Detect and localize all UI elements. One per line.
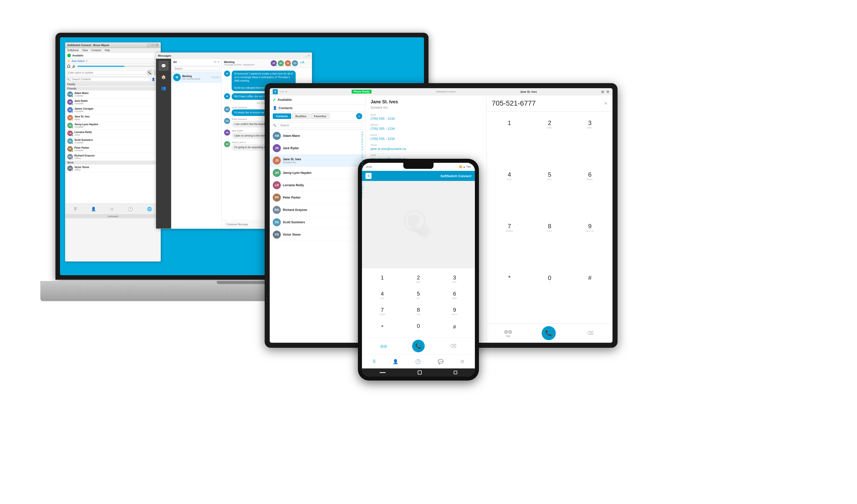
menu-help[interactable]: Help: [104, 49, 111, 52]
dialpad-key-4[interactable]: 4 GHI: [489, 166, 530, 186]
msg-search-input[interactable]: [173, 67, 220, 71]
contacts-nav-icon[interactable]: 👤: [91, 207, 96, 212]
dialpad-clear-icon[interactable]: ✕: [604, 101, 607, 106]
phone-call-button[interactable]: 📞: [412, 340, 425, 352]
contact-item-peter-parker[interactable]: PP Peter Parker Available: [65, 145, 161, 153]
contact-item-jane-st-ives[interactable]: JS Jane St. Ives Away: [65, 114, 161, 122]
refresh-icon[interactable]: ↻: [214, 60, 217, 64]
dialpad-key-2[interactable]: 2 ABC: [530, 114, 570, 134]
add-conversation-icon[interactable]: +: [218, 60, 219, 64]
msg-minimize-btn[interactable]: _: [305, 54, 307, 57]
tab-buddies-button[interactable]: Buddies: [292, 113, 309, 119]
contact-item-jenny-lynn[interactable]: JH Jenny-Lynn Hayden Available: [65, 122, 161, 130]
menu-softphone[interactable]: Softphone: [67, 49, 79, 52]
tab-contact-item-adam[interactable]: AM Adam Mann: [270, 130, 365, 142]
tab-contact-item-peter[interactable]: PP Peter Parker: [270, 191, 365, 204]
menu-view[interactable]: View: [82, 49, 88, 52]
group-header-family[interactable]: Family ▼: [65, 82, 161, 86]
detail-field-value[interactable]: jane.st.ives@sunwire.ca: [371, 147, 482, 151]
contact-item-richard-grayson[interactable]: RG Richard Grayson Offline: [65, 153, 161, 161]
phone-key-3[interactable]: 3 DEF: [437, 271, 472, 287]
phone-vm-button[interactable]: ◎◎: [379, 341, 389, 351]
sys-nav-home-button[interactable]: [418, 370, 422, 374]
add-participant-icon[interactable]: +A: [300, 60, 304, 66]
phone-key-2[interactable]: 2 ABC: [401, 271, 436, 287]
tab-contact-item-scott[interactable]: SS Scott Summers: [270, 216, 365, 229]
alpha-index[interactable]: ABCD EFGH IJKL MNOP QRST UVWX YZ#: [361, 130, 365, 200]
tab-contact-item-jenny[interactable]: JH Jenny-Lynn Hayden: [270, 167, 365, 179]
phone-key-8[interactable]: 8 TUV: [401, 303, 436, 319]
phone-delete-button[interactable]: ⌫: [448, 341, 458, 351]
dialpad-key-6[interactable]: 6 MNO: [570, 166, 610, 186]
dialpad-key-7[interactable]: 7 PQRS: [489, 217, 530, 238]
detail-field-value[interactable]: (705) 555 - 1234: [371, 117, 482, 120]
contact-item-lorraine-reilly[interactable]: LR Lorraine Reilly Away: [65, 130, 161, 137]
phone-key-star[interactable]: *: [365, 319, 400, 335]
contact-item-scott-summers[interactable]: SS Scott Summers Available: [65, 137, 161, 145]
phone-key-1[interactable]: 1: [365, 271, 400, 287]
tablet-call-button[interactable]: 📞: [542, 326, 556, 340]
dialpad-key-5[interactable]: 5 JKL: [530, 166, 570, 186]
volume-slider[interactable]: [78, 66, 155, 67]
phone-nav-dialpad[interactable]: ⠿: [372, 359, 376, 364]
tab-favorites-button[interactable]: Favorites: [310, 113, 330, 119]
phone-key-7[interactable]: 7 PQRS: [365, 303, 400, 319]
msg-close-btn[interactable]: ✕: [308, 54, 310, 57]
sys-nav-recent-button[interactable]: [454, 371, 457, 374]
msg-sidebar-rooms-icon[interactable]: 🏠: [158, 72, 169, 82]
dialpad-nav-icon[interactable]: ⠿: [74, 207, 77, 212]
phone-key-5[interactable]: 5 JKL: [401, 287, 436, 303]
dialpad-key-1[interactable]: 1: [489, 114, 530, 134]
add-contact-button[interactable]: +: [356, 113, 362, 119]
dialpad-key-3[interactable]: 3 DEF: [570, 114, 610, 134]
maximize-button[interactable]: □: [151, 44, 154, 47]
search-contacts-input[interactable]: [71, 77, 150, 81]
more-options-icon[interactable]: ···: [306, 60, 309, 66]
tab-contact-item-jane[interactable]: JS Jane St. Ives Sunwire Inc.: [270, 154, 365, 167]
tab-contact-item-jack[interactable]: JR Jack Ryder: [270, 142, 365, 154]
tab-contacts-button[interactable]: Contacts: [273, 113, 291, 119]
dialpad-key-9[interactable]: 9 WXYZ: [570, 217, 610, 238]
voicemail-button[interactable]: ◎◎ VM: [504, 329, 512, 338]
contact-item-victor-stone[interactable]: VS Victor Stone Offline: [65, 165, 161, 172]
group-header-friends[interactable]: Friends ▼: [65, 87, 161, 90]
phone-nav-contacts[interactable]: 👤: [393, 359, 398, 364]
contact-item-jack-ryder[interactable]: JR Jack Ryder Available: [65, 98, 161, 106]
close-button[interactable]: ✕: [155, 44, 158, 47]
phone-key-hash[interactable]: #: [437, 319, 472, 335]
detail-field-value[interactable]: (705) 555 - 1234: [371, 127, 482, 131]
dial-input[interactable]: [67, 70, 146, 75]
phone-key-6[interactable]: 6 MNO: [437, 287, 472, 303]
favorites-nav-icon[interactable]: ☆: [110, 207, 114, 212]
settings-icon[interactable]: ⚙: [606, 90, 609, 94]
dialpad-key-hash[interactable]: #: [570, 269, 610, 289]
contact-item-james-corrigan[interactable]: JC James Corrigan Available: [65, 106, 161, 114]
tab-contact-item-richard[interactable]: RG Richard Grayson: [270, 204, 365, 216]
phone-nav-messages[interactable]: 💬: [438, 359, 443, 364]
phone-nav-settings[interactable]: ⚙: [460, 359, 464, 364]
msg-conversation-item[interactable]: M Meeting Me: Sounds good. 7:35 PM: [171, 72, 221, 83]
phone-nav-recents[interactable]: 🕐: [415, 359, 421, 364]
msg-sidebar-people-icon[interactable]: 👥: [158, 83, 169, 93]
tab-contact-item-victor[interactable]: VS Victor Stone: [270, 229, 365, 241]
msg-sidebar-messages-icon[interactable]: 💬: [158, 61, 169, 71]
auto-select-text[interactable]: Auto Select: [71, 60, 84, 63]
contact-item-adam-mann[interactable]: AM Adam Mann Available: [65, 90, 161, 98]
sys-nav-back-button[interactable]: [380, 372, 386, 373]
grid-view-icon[interactable]: ⊞: [601, 90, 604, 94]
call-button[interactable]: 📞: [147, 70, 152, 75]
phone-key-0[interactable]: 0 +: [401, 319, 436, 335]
dialpad-key-8[interactable]: 8 TUV: [530, 217, 570, 238]
tab-contact-item-lorraine[interactable]: LR Lorraine Reilly: [270, 179, 365, 191]
tablet-delete-button[interactable]: ⌫: [585, 328, 595, 338]
menu-contacts[interactable]: Contacts: [91, 49, 102, 52]
dialpad-key-star[interactable]: *: [489, 269, 530, 289]
recents-nav-icon[interactable]: 🕐: [128, 207, 133, 212]
tab-search-input[interactable]: [278, 122, 362, 128]
phone-key-9[interactable]: 9 WXYZ: [437, 303, 472, 319]
minimize-button[interactable]: _: [148, 44, 150, 47]
detail-field-value[interactable]: (705) 555 - 1234: [371, 137, 482, 140]
phone-key-4[interactable]: 4 GHI: [365, 287, 400, 303]
dialpad-key-0[interactable]: 0 +: [530, 269, 570, 289]
browser-nav-icon[interactable]: 🌐: [147, 207, 152, 212]
